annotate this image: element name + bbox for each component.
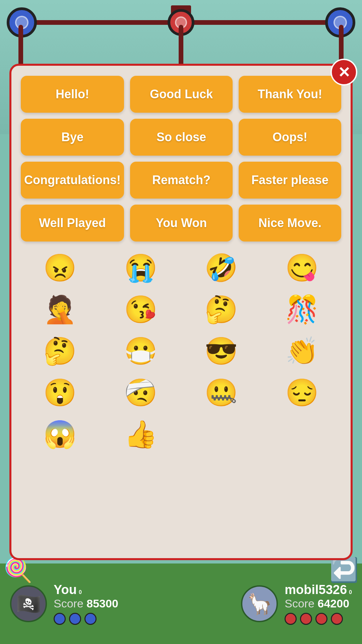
emoji-thinking[interactable]: 🤔 <box>183 291 259 328</box>
msg-btn-well-played[interactable]: Well Played <box>21 205 124 241</box>
emoji-yum[interactable]: 😋 <box>264 250 340 286</box>
game-bar <box>10 20 352 25</box>
player1-life-2 <box>69 613 81 625</box>
player1-life-1 <box>54 613 66 625</box>
player2-name: mobil5326 <box>285 583 347 597</box>
msg-btn-faster-please[interactable]: Faster please <box>239 162 341 199</box>
player2-avatar: 🦙 <box>241 585 278 622</box>
chat-modal: Hello! Good Luck Thank You! Bye So close… <box>9 64 353 560</box>
player2-life-3 <box>315 613 327 625</box>
deco-right: ↩️ <box>329 556 359 584</box>
player2-text: mobil5326 0 Score 64200 <box>285 583 352 625</box>
message-buttons-grid: Hello! Good Luck Thank You! Bye So close… <box>21 76 341 241</box>
player2-score-line: Score 64200 <box>285 597 352 610</box>
msg-btn-nice-move[interactable]: Nice Move. <box>239 205 341 241</box>
emoji-shocked[interactable]: 😲 <box>22 374 98 411</box>
player2-wins: 0 <box>349 589 352 595</box>
player2-life-1 <box>285 613 297 625</box>
player1-score-label: Score <box>54 597 83 610</box>
emoji-sleepy[interactable]: 😔 <box>264 374 340 411</box>
msg-btn-you-won[interactable]: You Won <box>130 205 233 241</box>
emoji-hurt[interactable]: 🤕 <box>103 374 179 411</box>
emoji-clap[interactable]: 👏 <box>264 333 340 370</box>
deco-left: 🍭 <box>3 556 33 584</box>
player2-name-line: mobil5326 0 <box>285 583 352 597</box>
close-button[interactable]: ✕ <box>330 59 357 86</box>
emoji-grid: 😠 😭 🤣 😋 🤦 😘 🤔 🎊 🤔 😷 😎 👏 😲 🤕 🤐 😔 😱 👍 <box>21 250 341 453</box>
emoji-zipper[interactable]: 🤐 <box>183 374 259 411</box>
player2-life-4 <box>331 613 343 625</box>
emoji-facepalm[interactable]: 🤦 <box>22 291 98 328</box>
emoji-scared[interactable]: 😱 <box>22 416 98 453</box>
player2-info: 🦙 mobil5326 0 Score 64200 <box>241 583 352 625</box>
player1-name: You <box>54 583 77 597</box>
player1-score-line: Score 85300 <box>54 597 118 610</box>
emoji-angry[interactable]: 😠 <box>22 250 98 286</box>
bottom-player-bar: 🏴‍☠️ You 0 Score 85300 🦙 mobil5326 0 <box>0 564 362 644</box>
msg-btn-thank-you[interactable]: Thank You! <box>239 76 341 113</box>
player1-avatar: 🏴‍☠️ <box>10 585 47 622</box>
player2-lives <box>285 613 352 625</box>
emoji-party[interactable]: 🎊 <box>264 291 340 328</box>
msg-btn-oops[interactable]: Oops! <box>239 119 341 156</box>
player2-score-value: 64200 <box>318 597 350 610</box>
msg-btn-hello[interactable]: Hello! <box>21 76 124 113</box>
emoji-hmm[interactable]: 🤔 <box>22 333 98 370</box>
player1-score-value: 85300 <box>86 597 118 610</box>
msg-btn-rematch[interactable]: Rematch? <box>130 162 233 199</box>
msg-btn-so-close[interactable]: So close <box>130 119 233 156</box>
msg-btn-good-luck[interactable]: Good Luck <box>130 76 233 113</box>
player2-life-2 <box>300 613 312 625</box>
player2-score-label: Score <box>285 597 314 610</box>
close-icon: ✕ <box>338 64 350 81</box>
player1-info: 🏴‍☠️ You 0 Score 85300 <box>10 583 118 625</box>
emoji-crying[interactable]: 😭 <box>103 250 179 286</box>
emoji-laughing-tears[interactable]: 🤣 <box>183 250 259 286</box>
emoji-mask[interactable]: 😷 <box>103 333 179 370</box>
player1-name-line: You 0 <box>54 583 118 597</box>
emoji-thumbsup[interactable]: 👍 <box>103 416 179 453</box>
emoji-cool[interactable]: 😎 <box>183 333 259 370</box>
player1-life-3 <box>84 613 97 625</box>
player1-text: You 0 Score 85300 <box>54 583 118 625</box>
player1-wins: 0 <box>79 589 82 595</box>
player1-lives <box>54 613 118 625</box>
msg-btn-bye[interactable]: Bye <box>21 119 124 156</box>
msg-btn-congratulations[interactable]: Congratulations! <box>21 162 124 199</box>
emoji-kiss[interactable]: 😘 <box>103 291 179 328</box>
